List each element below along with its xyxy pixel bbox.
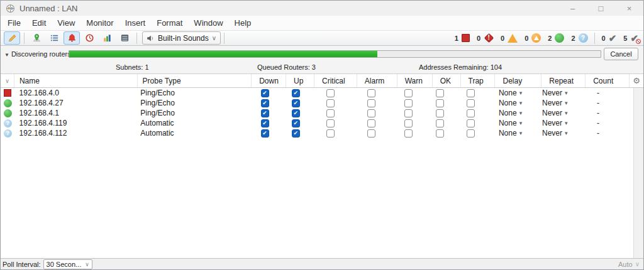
up-checkbox[interactable]: [292, 119, 300, 127]
alarm-checkbox[interactable]: [367, 109, 375, 117]
col-header-warn[interactable]: Warn: [397, 74, 433, 87]
title-bar[interactable]: Unnamed : LAN – □ ×: [1, 1, 643, 16]
down-checkbox[interactable]: [261, 109, 269, 117]
table-row[interactable]: 192.168.4.0 Ping/Echo None▾ Never▾ -: [1, 88, 633, 98]
minimize-button[interactable]: –: [558, 1, 587, 16]
warn-checkbox[interactable]: [404, 119, 413, 127]
trap-checkbox[interactable]: [467, 99, 475, 107]
device-list-button[interactable]: [46, 31, 62, 45]
repeat-value: Never: [542, 119, 562, 127]
column-settings-button[interactable]: ⚙: [630, 74, 643, 87]
discovery-label[interactable]: ▼Discovering routers...: [4, 50, 77, 58]
delay-dropdown[interactable]: None▾: [499, 109, 522, 117]
col-header-up[interactable]: Up: [286, 74, 314, 87]
repeat-value: Never: [542, 89, 562, 97]
warn-checkbox[interactable]: [404, 89, 413, 97]
count-value: -: [597, 99, 599, 107]
alarm-gauge-button[interactable]: [81, 31, 97, 45]
delay-dropdown[interactable]: None▾: [499, 99, 522, 107]
map-pin-button[interactable]: [28, 31, 45, 45]
menu-view[interactable]: View: [52, 16, 80, 30]
edit-pencil-button[interactable]: [4, 31, 20, 45]
col-header-trap[interactable]: Trap: [461, 74, 496, 87]
repeat-dropdown[interactable]: Never▾: [542, 109, 568, 117]
col-header-ok[interactable]: OK: [433, 74, 461, 87]
trap-checkbox[interactable]: [467, 89, 475, 97]
repeat-dropdown[interactable]: Never▾: [542, 99, 568, 107]
chevron-down-icon: ▾: [565, 110, 568, 116]
table-row[interactable]: ? 192.168.4.112 Automatic None▾ Never▾ -: [1, 128, 633, 138]
charts-button[interactable]: [99, 31, 115, 45]
down-checkbox[interactable]: [261, 129, 269, 138]
critical-checkbox[interactable]: [326, 109, 335, 117]
close-button[interactable]: ×: [615, 1, 643, 16]
ok-checkbox[interactable]: [436, 89, 444, 97]
chevron-down-icon: ▾: [565, 100, 568, 106]
col-header-delay[interactable]: Delay: [495, 74, 541, 87]
menu-file[interactable]: File: [2, 16, 26, 30]
alarm-checkbox[interactable]: [367, 119, 375, 127]
col-header-alarm[interactable]: Alarm: [357, 74, 397, 87]
vertical-scrollbar[interactable]: [633, 88, 643, 258]
col-header-critical[interactable]: Critical: [314, 74, 357, 87]
table-row[interactable]: 192.168.4.1 Ping/Echo None▾ Never▾ -: [1, 108, 633, 118]
list-icon: [50, 33, 59, 43]
repeat-dropdown[interactable]: Never▾: [542, 129, 568, 138]
col-header-probe-type[interactable]: Probe Type: [138, 74, 252, 87]
menu-window[interactable]: Window: [188, 16, 228, 30]
ok-checkbox[interactable]: [436, 109, 444, 117]
delay-dropdown[interactable]: None▾: [499, 129, 522, 138]
ok-checkbox[interactable]: [436, 99, 444, 107]
col-header-down[interactable]: Down: [252, 74, 286, 87]
up-checkbox[interactable]: [292, 99, 300, 107]
menu-edit[interactable]: Edit: [26, 16, 52, 30]
warn-checkbox[interactable]: [404, 129, 413, 138]
menu-format[interactable]: Format: [151, 16, 188, 30]
col-header-name[interactable]: Name: [14, 74, 138, 87]
menu-insert[interactable]: Insert: [119, 16, 152, 30]
repeat-value: Never: [542, 99, 562, 107]
dataset-grid-button[interactable]: [116, 31, 133, 45]
poll-interval-dropdown[interactable]: 30 Secon... ∨: [43, 259, 92, 269]
down-checkbox[interactable]: [261, 99, 269, 107]
trap-checkbox[interactable]: [467, 119, 475, 127]
up-checkbox[interactable]: [292, 129, 300, 138]
critical-checkbox[interactable]: [326, 129, 335, 138]
delay-dropdown[interactable]: None▾: [499, 119, 522, 127]
auto-dropdown[interactable]: Auto ∨: [618, 261, 640, 268]
repeat-dropdown[interactable]: Never▾: [542, 119, 568, 127]
critical-checkbox[interactable]: [326, 119, 335, 127]
down-checkbox[interactable]: [261, 119, 269, 127]
delay-value: None: [499, 89, 517, 97]
delay-value: None: [499, 129, 517, 138]
cancel-button[interactable]: Cancel: [604, 48, 638, 60]
alarm-checkbox[interactable]: [367, 129, 375, 138]
critical-checkbox[interactable]: [326, 89, 335, 97]
delay-dropdown[interactable]: None▾: [499, 89, 522, 97]
ok-checkbox[interactable]: [436, 129, 444, 138]
critical-checkbox[interactable]: [326, 99, 335, 107]
repeat-dropdown[interactable]: Never▾: [542, 89, 568, 97]
up-checkbox[interactable]: [292, 89, 300, 97]
menu-monitor[interactable]: Monitor: [80, 16, 119, 30]
sound-dropdown[interactable]: Built-in Sounds ∨: [142, 31, 221, 45]
delay-value: None: [499, 119, 517, 127]
col-header-repeat[interactable]: Repeat: [541, 74, 586, 87]
menu-help[interactable]: Help: [229, 16, 257, 30]
ok-checkbox[interactable]: [436, 119, 444, 127]
trap-checkbox[interactable]: [467, 129, 475, 138]
alarm-checkbox[interactable]: [367, 89, 375, 97]
trap-checkbox[interactable]: [467, 109, 475, 117]
warn-checkbox[interactable]: [404, 109, 413, 117]
table-row[interactable]: ? 192.168.4.119 Automatic None▾ Never▾ -: [1, 118, 633, 128]
maximize-button[interactable]: □: [587, 1, 615, 16]
warn-checkbox[interactable]: [404, 99, 413, 107]
table-row[interactable]: 192.168.4.27 Ping/Echo None▾ Never▾ -: [1, 98, 633, 108]
alarm-checkbox[interactable]: [367, 99, 375, 107]
up-checkbox[interactable]: [292, 109, 300, 117]
col-header-count[interactable]: Count: [586, 74, 630, 87]
sort-header[interactable]: ∨: [1, 74, 14, 87]
down-checkbox[interactable]: [261, 89, 269, 97]
notifications-bell-button[interactable]: [64, 31, 80, 45]
discovery-progress-bar: [69, 50, 601, 58]
